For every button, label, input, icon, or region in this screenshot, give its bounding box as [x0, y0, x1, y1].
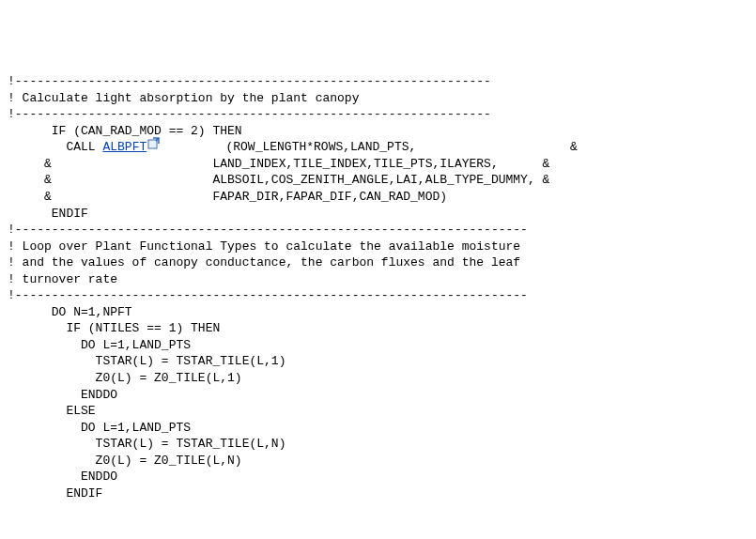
code-line: Z0(L) = Z0_TILE(L,1) [8, 370, 748, 387]
code-line: ENDIF [8, 485, 748, 502]
code-text: (ROW_LENGTH*ROWS,LAND_PTS, & [160, 140, 578, 154]
code-line: ENDDO [8, 387, 748, 404]
code-line-separator: !---------------------------------------… [8, 287, 748, 304]
code-line-comment: ! turnover rate [8, 271, 748, 288]
code-line: TSTAR(L) = TSTAR_TILE(L,1) [8, 353, 748, 370]
albpft-link[interactable]: ALBPFT [102, 140, 147, 154]
code-line-separator: !---------------------------------------… [8, 106, 748, 123]
code-line: TSTAR(L) = TSTAR_TILE(L,N) [8, 436, 748, 453]
code-line-call: CALL ALBPFT (ROW_LENGTH*ROWS,LAND_PTS, & [8, 139, 748, 156]
code-line: DO L=1,LAND_PTS [8, 420, 748, 437]
code-text: CALL [8, 140, 102, 154]
external-link-icon [147, 137, 160, 149]
code-line-separator: !---------------------------------------… [8, 73, 748, 90]
code-line: & LAND_INDEX,TILE_INDEX,TILE_PTS,ILAYERS… [8, 156, 748, 173]
code-line-comment: ! Loop over Plant Functional Types to ca… [8, 239, 748, 255]
code-line: & ALBSOIL,COS_ZENITH_ANGLE,LAI,ALB_TYPE_… [8, 172, 748, 189]
code-line-separator: !---------------------------------------… [8, 222, 748, 239]
code-line: IF (NTILES == 1) THEN [8, 320, 748, 337]
code-line: ELSE [8, 403, 748, 420]
svg-rect-1 [149, 141, 156, 147]
code-line: DO N=1,NPFT [8, 304, 748, 321]
code-line: Z0(L) = Z0_TILE(L,N) [8, 453, 748, 470]
code-line-comment: ! Calculate light absorption by the plan… [8, 90, 748, 107]
code-line: ENDIF [8, 206, 748, 223]
code-line-comment: ! and the values of canopy conductance, … [8, 254, 748, 271]
code-line: & FAPAR_DIR,FAPAR_DIF,CAN_RAD_MOD) [8, 189, 748, 206]
code-line: IF (CAN_RAD_MOD == 2) THEN [8, 123, 748, 140]
code-line: ENDDO [8, 469, 748, 485]
code-line: DO L=1,LAND_PTS [8, 337, 748, 354]
